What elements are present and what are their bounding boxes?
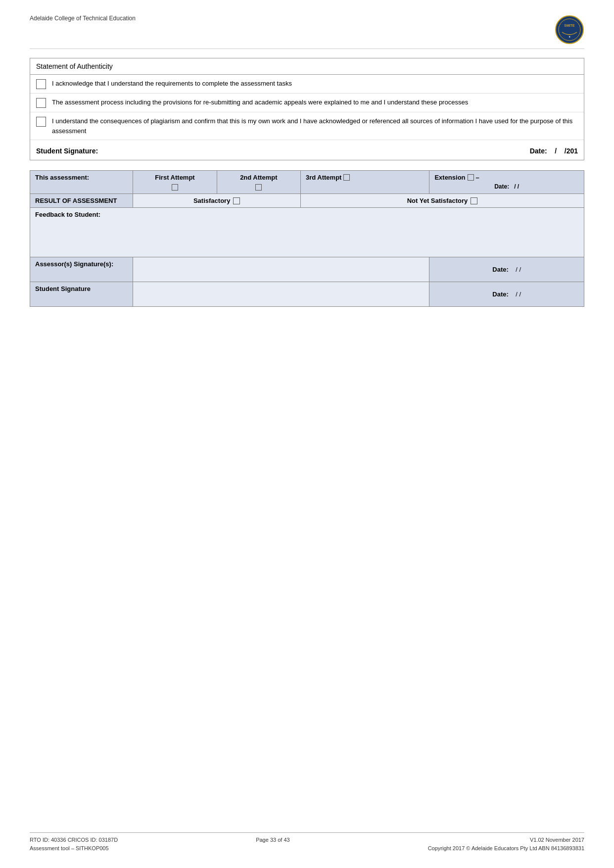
assessor-signature-area [133,257,429,282]
extension-date-label: Date: [494,183,509,190]
assessor-row: Assessor(s) Signature(s): Date: / / [30,257,584,282]
extension-label: Extension [434,174,465,181]
date-separator: / [555,147,557,155]
first-attempt-header: First Attempt [133,171,217,194]
satisfactory-checkbox[interactable] [233,197,240,204]
svg-text:SMITE: SMITE [564,24,575,27]
first-attempt-checkbox[interactable] [172,184,178,191]
authenticity-text-1: I acknowledge that I understand the requ… [52,79,578,89]
authenticity-box: Statement of Authenticity I acknowledge … [30,58,584,160]
third-attempt-header: 3rd Attempt [300,171,429,194]
feedback-label: Feedback to Student: [35,211,579,218]
attempt-header-row: This assessment: First Attempt 2nd Attem… [30,171,584,194]
signature-row: Student Signature: Date: / /201 [30,140,584,160]
assessor-label: Assessor(s) Signature(s): [35,260,113,268]
checkbox-process[interactable] [36,98,46,108]
student-sig-row: Student Signature Date: / / [30,282,584,307]
student-date-label: Date: [492,290,509,298]
footer-version: V1.02 November 2017 [428,836,584,845]
page-header: Adelaide College of Technical Education … [30,15,584,49]
assessment-table: This assessment: First Attempt 2nd Attem… [30,170,584,307]
student-signature-label: Student Signature: [36,147,98,155]
authenticity-row-1: I acknowledge that I understand the requ… [30,75,584,94]
feedback-cell: Feedback to Student: [30,208,584,257]
assessor-date-cell: Date: / / [429,257,584,282]
page-footer: RTO ID: 40336 CRICOS ID: 03187D Assessme… [30,832,584,853]
institution-logo: SMITE ★ [555,15,584,45]
not-yet-satisfactory-cell: Not Yet Satisfactory [300,194,584,208]
satisfactory-label: Satisfactory [193,197,230,204]
not-yet-satisfactory-label: Not Yet Satisfactory [407,197,468,204]
student-sig-label-cell: Student Signature [30,282,133,307]
second-attempt-header: 2nd Attempt [217,171,300,194]
checkbox-acknowledge[interactable] [36,79,46,89]
feedback-row: Feedback to Student: [30,208,584,257]
assessor-date-slashes: / / [516,266,521,273]
this-assessment-label: This assessment: [35,174,89,181]
this-assessment-cell: This assessment: [30,171,133,194]
extension-date-slashes: / / [514,183,519,190]
footer-tool: Assessment tool – SITHKOP005 [30,844,118,853]
satisfactory-cell: Satisfactory [133,194,301,208]
footer-page: Page 33 of 43 [256,836,290,845]
student-date-slashes: / / [516,290,521,298]
footer-rto: RTO ID: 40336 CRICOS ID: 03187D [30,836,118,845]
extension-header: Extension – Date: / / [429,171,584,194]
student-signature-area [133,282,429,307]
footer-right: V1.02 November 2017 Copyright 2017 © Ade… [428,836,584,853]
third-attempt-checkbox[interactable] [343,174,350,181]
authenticity-title: Statement of Authenticity [30,58,584,75]
date-label: Date: [530,147,547,155]
footer-left: RTO ID: 40336 CRICOS ID: 03187D Assessme… [30,836,118,853]
result-label-cell: RESULT OF ASSESSMENT [30,194,133,208]
authenticity-text-2: The assessment process including the pro… [52,97,578,107]
checkbox-plagiarism[interactable] [36,117,46,127]
not-yet-satisfactory-checkbox[interactable] [471,197,477,204]
authenticity-date-field: Date: / /201 [530,147,578,155]
assessor-date-label: Date: [492,266,509,273]
date-year: /201 [565,147,578,155]
assessor-label-cell: Assessor(s) Signature(s): [30,257,133,282]
result-row: RESULT OF ASSESSMENT Satisfactory Not Ye… [30,194,584,208]
second-attempt-checkbox[interactable] [255,184,262,191]
footer-copyright: Copyright 2017 © Adelaide Educators Pty … [428,844,584,853]
institution-name: Adelaide College of Technical Education [30,15,136,22]
result-label: RESULT OF ASSESSMENT [35,197,117,204]
footer-center: Page 33 of 43 [256,836,290,853]
extension-dash: – [476,174,479,181]
authenticity-row-2: The assessment process including the pro… [30,94,584,112]
student-sig-label: Student Signature [35,285,91,292]
extension-checkbox[interactable] [468,174,474,181]
authenticity-row-3: I understand the consequences of plagiar… [30,112,584,140]
authenticity-text-3: I understand the consequences of plagiar… [52,116,578,136]
student-date-cell: Date: / / [429,282,584,307]
